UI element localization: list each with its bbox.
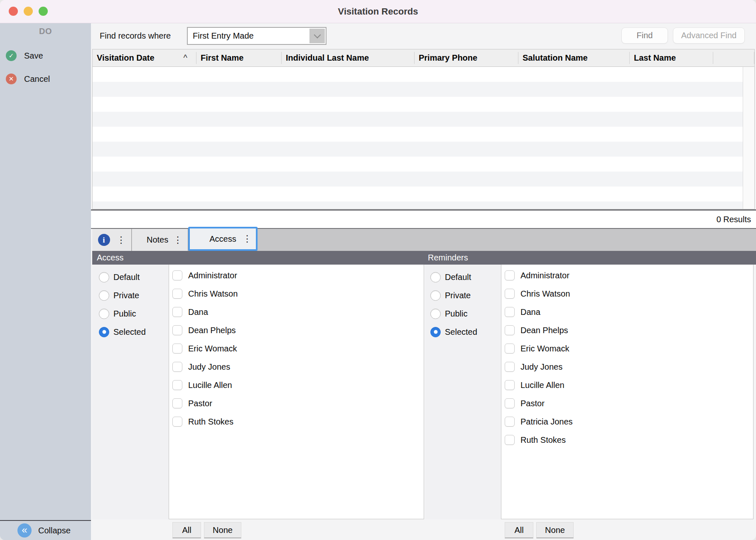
column-header-primary-phone[interactable]: Primary Phone: [415, 49, 518, 66]
reminders-option-public[interactable]: Public: [425, 304, 501, 323]
reminders-user-row[interactable]: Pastor: [501, 394, 753, 412]
checkbox-icon[interactable]: [505, 344, 515, 353]
checkbox-icon[interactable]: [172, 289, 182, 299]
reminders-option-private[interactable]: Private: [425, 286, 501, 304]
tab-info[interactable]: i ⋮: [92, 229, 132, 251]
collapse-button-label: Collapse: [38, 526, 71, 535]
vertical-scrollbar[interactable]: [743, 67, 754, 209]
checkbox-icon[interactable]: [172, 362, 182, 372]
access-user-row[interactable]: Administrator: [169, 266, 424, 285]
advanced-find-button[interactable]: Advanced Find: [673, 27, 745, 44]
save-button-label: Save: [24, 51, 43, 61]
checkbox-icon[interactable]: [172, 270, 182, 280]
checkbox-icon[interactable]: [505, 398, 515, 408]
access-radio-group: Default Private Public Selected: [92, 265, 169, 519]
access-option-public[interactable]: Public: [92, 304, 169, 323]
checkbox-icon[interactable]: [505, 325, 515, 335]
reminders-user-row[interactable]: Patricia Jones: [501, 412, 753, 431]
sidebar: DO ✓ Save ✕ Cancel « Collapse: [0, 23, 91, 540]
access-option-private[interactable]: Private: [92, 286, 169, 304]
access-user-row[interactable]: Eric Womack: [169, 339, 424, 358]
checkbox-icon[interactable]: [172, 380, 182, 390]
chevron-down-icon: [314, 31, 321, 38]
tab-access-label: Access: [209, 234, 236, 244]
access-all-button[interactable]: All: [172, 522, 201, 538]
checkbox-icon[interactable]: [505, 417, 515, 427]
reminders-option-selected[interactable]: Selected: [425, 323, 501, 341]
column-header-visitation-date[interactable]: Visitation Date ^: [93, 49, 196, 66]
cancel-button[interactable]: ✕ Cancel: [0, 72, 91, 86]
reminders-user-row[interactable]: Eric Womack: [501, 339, 753, 358]
dropdown-button[interactable]: [309, 29, 325, 43]
access-user-row[interactable]: Lucille Allen: [169, 376, 424, 394]
reminders-user-row[interactable]: Judy Jones: [501, 358, 753, 376]
reminders-user-row[interactable]: Chris Watson: [501, 285, 753, 303]
access-none-button[interactable]: None: [204, 522, 241, 538]
checkbox-icon[interactable]: [172, 307, 182, 317]
reminders-user-row[interactable]: Dana: [501, 303, 753, 321]
access-user-row[interactable]: Judy Jones: [169, 358, 424, 376]
find-field-dropdown[interactable]: First Entry Made: [187, 27, 326, 45]
collapse-button[interactable]: « Collapse: [0, 520, 91, 540]
checkbox-icon[interactable]: [172, 417, 182, 427]
access-user-row[interactable]: Dana: [169, 303, 424, 321]
kebab-menu-icon[interactable]: ⋮: [117, 236, 126, 245]
column-header-last-name[interactable]: Last Name: [630, 49, 713, 66]
column-header-salutation-name[interactable]: Salutation Name: [518, 49, 630, 66]
reminders-user-row[interactable]: Dean Phelps: [501, 321, 753, 339]
checkbox-icon[interactable]: [172, 325, 182, 335]
reminders-all-button[interactable]: All: [505, 522, 533, 538]
tab-notes[interactable]: Notes ⋮: [132, 229, 188, 251]
radio-icon[interactable]: [99, 272, 109, 282]
radio-selected-icon[interactable]: [430, 327, 441, 337]
access-user-row[interactable]: Ruth Stokes: [169, 412, 424, 431]
sidebar-header: DO: [0, 27, 91, 36]
cancel-button-label: Cancel: [24, 74, 50, 84]
radio-icon[interactable]: [430, 309, 441, 319]
column-header-empty: [713, 49, 754, 66]
radio-icon[interactable]: [430, 272, 441, 282]
radio-icon[interactable]: [99, 290, 109, 301]
reminders-user-row[interactable]: Ruth Stokes: [501, 431, 753, 449]
save-button[interactable]: ✓ Save: [0, 49, 91, 62]
column-header-individual-last-name[interactable]: Individual Last Name: [282, 49, 415, 66]
reminders-section-title: Reminders: [428, 251, 468, 265]
sort-ascending-icon: ^: [184, 53, 187, 63]
tab-access-selected[interactable]: Access ⋮: [188, 227, 258, 251]
section-header-bar: Access Reminders: [92, 251, 756, 265]
checkbox-icon[interactable]: [505, 307, 515, 317]
radio-icon[interactable]: [430, 290, 441, 301]
checkbox-icon[interactable]: [505, 380, 515, 390]
checkbox-icon[interactable]: [505, 435, 515, 445]
table-body-empty: [93, 67, 754, 209]
access-section-title: Access: [97, 251, 123, 265]
reminders-user-list: Administrator Chris Watson Dana Dean Phe…: [501, 265, 754, 519]
reminders-none-button[interactable]: None: [536, 522, 574, 538]
radio-selected-icon[interactable]: [99, 327, 109, 337]
reminders-user-row[interactable]: Administrator: [501, 266, 753, 285]
access-user-list: Administrator Chris Watson Dana Dean Phe…: [169, 265, 424, 519]
check-icon: ✓: [6, 50, 17, 61]
kebab-menu-icon[interactable]: ⋮: [173, 236, 182, 245]
tab-notes-label: Notes: [147, 235, 168, 245]
access-user-row[interactable]: Chris Watson: [169, 285, 424, 303]
reminders-option-default[interactable]: Default: [425, 268, 501, 286]
tab-bar: i ⋮ Notes ⋮ Access ⋮: [92, 229, 756, 251]
access-user-row[interactable]: Dean Phelps: [169, 321, 424, 339]
access-user-row[interactable]: Pastor: [169, 394, 424, 412]
checkbox-icon[interactable]: [505, 289, 515, 299]
find-button[interactable]: Find: [621, 27, 668, 44]
access-option-default[interactable]: Default: [92, 268, 169, 286]
checkbox-icon[interactable]: [505, 362, 515, 372]
window-title: Visitation Records: [0, 0, 756, 23]
results-count: 0 Results: [717, 215, 751, 224]
kebab-menu-icon[interactable]: ⋮: [243, 234, 252, 243]
column-header-first-name[interactable]: First Name: [196, 49, 282, 66]
checkbox-icon[interactable]: [172, 344, 182, 353]
checkbox-icon[interactable]: [505, 270, 515, 280]
access-option-selected[interactable]: Selected: [92, 323, 169, 341]
radio-icon[interactable]: [99, 309, 109, 319]
checkbox-icon[interactable]: [172, 398, 182, 408]
info-icon: i: [98, 234, 110, 246]
reminders-user-row[interactable]: Lucille Allen: [501, 376, 753, 394]
